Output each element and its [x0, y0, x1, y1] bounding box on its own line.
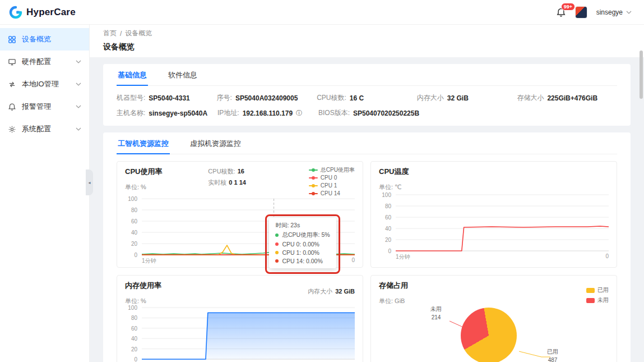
info-card-tabs: 基础信息 软件信息 — [117, 64, 617, 86]
grid-icon — [8, 35, 16, 44]
legend-item-unused[interactable]: 未用 — [586, 296, 609, 304]
monitor-card: 工智机资源监控 虚拟机资源监控 CPU使用率 单位: % CPU核数:16 — [103, 132, 631, 362]
sidebar-item-label: 设备概览 — [22, 34, 51, 44]
main-content: 首页 / 设备概览 设备概览 基础信息 软件信息 机器型号:SP5040-433… — [90, 25, 644, 362]
chart-tooltip: 时间: 23s 总CPU使用率: 5% CPU 0: 0.00% CPU 1: … — [269, 218, 336, 268]
field-storage-size: 存储大小225GiB+476GiB — [517, 93, 617, 103]
tooltip-time: 时间: 23s — [275, 222, 330, 230]
field-memory-size: 内存大小32 GiB — [417, 93, 517, 103]
sidebar-item-hardware-config[interactable]: 硬件配置 — [0, 51, 89, 73]
info-row-1: 机器型号:SP5040-4331 序号:SP5040A032409005 CPU… — [117, 93, 617, 103]
pie[interactable] — [461, 308, 517, 362]
chart-unit: 单位: % — [125, 183, 162, 191]
memory-usage-panel: 内存使用率 单位: % 内存大小32 GiB 100806040200 1分钟0 — [117, 275, 363, 362]
legend-item-cpu1[interactable]: CPU 1 — [309, 182, 337, 189]
sidebar-item-local-io[interactable]: 本地IO管理 — [0, 73, 89, 95]
basic-info-card: 基础信息 软件信息 机器型号:SP5040-4331 序号:SP5040A032… — [103, 64, 631, 126]
sidebar-item-system-config[interactable]: 系统配置 — [0, 118, 89, 140]
gear-icon — [8, 125, 16, 134]
field-serial-number: 序号:SP5040A032409005 — [217, 93, 317, 103]
field-ip-address: IP地址:192.168.110.179ⓘ — [217, 108, 318, 118]
info-icon[interactable]: ⓘ — [296, 109, 302, 117]
chart-unit: 单位: ℃ — [379, 183, 409, 191]
chart-unit: 单位: GiB — [379, 297, 408, 305]
scrollbar-thumb[interactable] — [640, 51, 643, 99]
monitor-icon — [8, 58, 16, 66]
chevron-down-icon — [626, 11, 632, 14]
x-axis: 1分钟0 — [396, 253, 609, 261]
field-cpu-cores: CPU核数:16 C — [317, 93, 417, 103]
content-area: 基础信息 软件信息 机器型号:SP5040-4331 序号:SP5040A032… — [90, 57, 644, 362]
pie-callout-unused: 未用214 — [430, 305, 442, 322]
chart-legend: 总CPU使用率 CPU 0 CPU 1 CPU 14 — [309, 167, 355, 196]
monitor-card-tabs: 工智机资源监控 虚拟机资源监控 — [117, 132, 617, 154]
notifications-button[interactable]: 99+ — [556, 7, 566, 17]
legend-item-total-cpu[interactable]: 总CPU使用率 — [309, 167, 355, 173]
legend-item-cpu14[interactable]: CPU 14 — [309, 190, 340, 196]
chart-title: CPU使用率 — [125, 167, 162, 177]
brand: HyperCare — [9, 6, 76, 19]
storage-panel: 存储占用 单位: GiB 已用 未用 — [370, 275, 617, 362]
notification-badge: 99+ — [561, 3, 575, 11]
tooltip-row: 总CPU使用率: 5% — [275, 231, 330, 239]
chevron-down-icon — [76, 105, 81, 108]
highlight-annotation: 时间: 23s 总CPU使用率: 5% CPU 0: 0.00% CPU 1: … — [265, 214, 340, 274]
y-axis: 100806040200 — [125, 199, 142, 255]
chevron-down-icon — [76, 60, 81, 63]
username: sinsegye — [596, 8, 623, 16]
tab-basic-info[interactable]: 基础信息 — [117, 64, 148, 85]
legend-item-used[interactable]: 已用 — [586, 286, 609, 294]
field-hostname: 主机名称:sinsegye-sp5040A — [117, 108, 217, 118]
breadcrumb: 首页 / 设备概览 — [103, 29, 631, 38]
breadcrumb-band: 首页 / 设备概览 设备概览 — [90, 25, 644, 57]
top-header: HyperCare 99+ sinsegye — [0, 0, 644, 25]
chart-title: 存储占用 — [379, 281, 408, 291]
sidebar-item-device-overview[interactable]: 设备概览 — [0, 28, 89, 51]
sidebar: 设备概览 硬件配置 本地IO管理 报警管理 系统配置 — [0, 25, 90, 362]
memory-size-label: 内存大小32 GiB — [308, 287, 355, 305]
breadcrumb-home[interactable]: 首页 — [103, 29, 117, 38]
sidebar-item-label: 系统配置 — [22, 124, 51, 134]
chart-panels: CPU使用率 单位: % CPU核数:16 实时核0 1 14 总CPU使用率 … — [117, 161, 617, 362]
chart-title: 内存使用率 — [125, 281, 161, 291]
io-arrows-icon — [8, 80, 16, 89]
tab-host-monitor[interactable]: 工智机资源监控 — [117, 132, 170, 154]
sidebar-collapse-handle[interactable]: ◂ — [86, 169, 93, 195]
cpu-meta: CPU核数:16 实时核0 1 14 — [208, 167, 246, 196]
breadcrumb-current: 设备概览 — [125, 29, 152, 38]
app-window: HyperCare 99+ sinsegye 设备概览 — [0, 0, 644, 362]
sidebar-item-label: 本地IO管理 — [22, 79, 59, 89]
cpu-temp-panel: CPU温度 单位: ℃ 100806040200 1分钟0 — [370, 161, 617, 268]
field-machine-model: 机器型号:SP5040-4331 — [117, 93, 217, 103]
avatar[interactable] — [575, 6, 587, 19]
y-axis: 100806040200 — [379, 195, 396, 251]
alarm-icon — [8, 103, 16, 111]
tab-vm-monitor[interactable]: 虚拟机资源监控 — [189, 132, 242, 154]
hypercare-logo-icon — [9, 6, 22, 19]
tooltip-row: CPU 14: 0.00% — [275, 258, 330, 264]
chart-title: CPU温度 — [379, 167, 409, 177]
pie-legend: 已用 未用 — [586, 286, 609, 305]
tooltip-row: CPU 1: 0.00% — [275, 249, 330, 256]
user-menu[interactable]: sinsegye — [596, 8, 632, 16]
cpu-usage-panel: CPU使用率 单位: % CPU核数:16 实时核0 1 14 总CPU使用率 … — [117, 161, 363, 268]
tooltip-row: CPU 0: 0.00% — [275, 241, 330, 248]
memory-usage-chart[interactable] — [142, 308, 355, 359]
sidebar-item-alarm-management[interactable]: 报警管理 — [0, 95, 89, 118]
tab-software-info[interactable]: 软件信息 — [167, 64, 198, 85]
y-axis: 100806040200 — [125, 308, 142, 359]
sidebar-item-label: 硬件配置 — [22, 57, 51, 67]
page-title: 设备概览 — [103, 42, 631, 52]
breadcrumb-separator: / — [120, 30, 122, 38]
chevron-down-icon — [76, 127, 81, 131]
scrollbar — [640, 51, 643, 360]
brand-name: HyperCare — [26, 7, 76, 18]
field-bios-version: BIOS版本:SP50407020250225B — [318, 108, 419, 118]
chevron-down-icon — [76, 83, 81, 86]
cpu-temp-chart[interactable] — [396, 195, 609, 251]
legend-item-cpu0[interactable]: CPU 0 — [309, 175, 337, 181]
storage-pie-chart: 未用214 已用487 — [379, 305, 609, 362]
info-row-2: 主机名称:sinsegye-sp5040A IP地址:192.168.110.1… — [117, 108, 617, 118]
pie-callout-used: 已用487 — [547, 348, 558, 362]
sidebar-item-label: 报警管理 — [22, 102, 51, 112]
